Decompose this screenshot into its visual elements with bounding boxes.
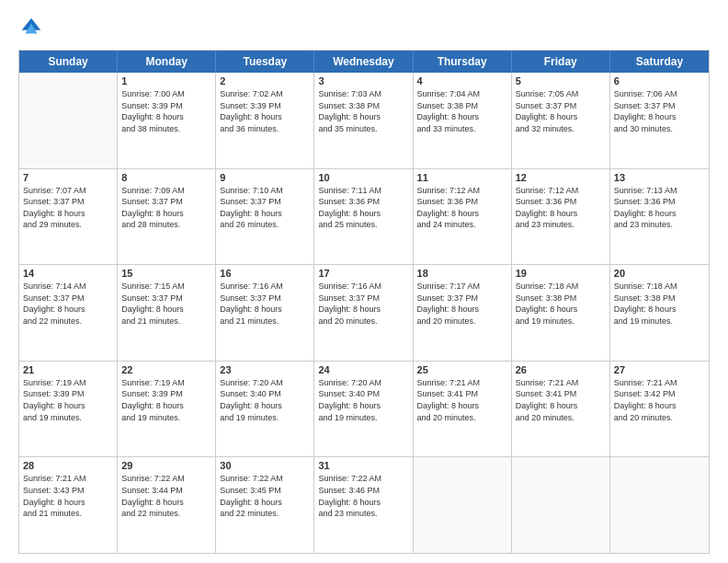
day-number: 21 xyxy=(23,364,113,375)
calendar-cell-r1c0: 7Sunrise: 7:07 AM Sunset: 3:37 PM Daylig… xyxy=(19,169,118,265)
day-number: 12 xyxy=(516,172,606,183)
cell-info: Sunrise: 7:10 AM Sunset: 3:37 PM Dayligh… xyxy=(220,185,310,231)
logo xyxy=(18,15,48,40)
logo-icon xyxy=(18,15,44,40)
day-number: 26 xyxy=(516,364,606,375)
day-number: 31 xyxy=(318,460,408,471)
calendar-body: 1Sunrise: 7:00 AM Sunset: 3:39 PM Daylig… xyxy=(19,73,709,553)
cell-info: Sunrise: 7:11 AM Sunset: 3:36 PM Dayligh… xyxy=(318,185,408,231)
header xyxy=(18,15,710,40)
day-number: 13 xyxy=(614,172,705,183)
day-number: 14 xyxy=(23,268,113,279)
calendar: SundayMondayTuesdayWednesdayThursdayFrid… xyxy=(18,50,710,554)
weekday-header-monday: Monday xyxy=(118,51,216,73)
calendar-cell-r2c5: 19Sunrise: 7:18 AM Sunset: 3:38 PM Dayli… xyxy=(512,265,610,361)
day-number: 25 xyxy=(417,364,507,375)
cell-info: Sunrise: 7:20 AM Sunset: 3:40 PM Dayligh… xyxy=(318,377,408,423)
cell-info: Sunrise: 7:14 AM Sunset: 3:37 PM Dayligh… xyxy=(23,281,113,327)
cell-info: Sunrise: 7:02 AM Sunset: 3:39 PM Dayligh… xyxy=(220,88,310,134)
calendar-header: SundayMondayTuesdayWednesdayThursdayFrid… xyxy=(19,51,709,73)
calendar-cell-r3c3: 24Sunrise: 7:20 AM Sunset: 3:40 PM Dayli… xyxy=(314,362,413,457)
calendar-cell-r0c6: 6Sunrise: 7:06 AM Sunset: 3:37 PM Daylig… xyxy=(610,73,709,168)
calendar-cell-r4c1: 29Sunrise: 7:22 AM Sunset: 3:44 PM Dayli… xyxy=(118,457,216,553)
day-number: 2 xyxy=(220,75,310,86)
calendar-cell-r4c2: 30Sunrise: 7:22 AM Sunset: 3:45 PM Dayli… xyxy=(216,457,314,553)
cell-info: Sunrise: 7:22 AM Sunset: 3:45 PM Dayligh… xyxy=(220,473,310,519)
calendar-cell-r1c4: 11Sunrise: 7:12 AM Sunset: 3:36 PM Dayli… xyxy=(414,169,512,265)
day-number: 9 xyxy=(220,172,310,183)
calendar-cell-r2c1: 15Sunrise: 7:15 AM Sunset: 3:37 PM Dayli… xyxy=(118,265,216,361)
calendar-cell-r2c6: 20Sunrise: 7:18 AM Sunset: 3:38 PM Dayli… xyxy=(610,265,709,361)
weekday-header-sunday: Sunday xyxy=(19,51,118,73)
day-number: 3 xyxy=(318,75,408,86)
calendar-cell-r4c4 xyxy=(414,457,512,553)
calendar-cell-r4c5 xyxy=(512,457,610,553)
calendar-cell-r0c3: 3Sunrise: 7:03 AM Sunset: 3:38 PM Daylig… xyxy=(314,73,413,168)
calendar-cell-r0c0 xyxy=(19,73,118,168)
calendar-cell-r3c4: 25Sunrise: 7:21 AM Sunset: 3:41 PM Dayli… xyxy=(414,362,512,457)
calendar-row-3: 21Sunrise: 7:19 AM Sunset: 3:39 PM Dayli… xyxy=(19,362,709,458)
cell-info: Sunrise: 7:13 AM Sunset: 3:36 PM Dayligh… xyxy=(614,185,705,231)
cell-info: Sunrise: 7:16 AM Sunset: 3:37 PM Dayligh… xyxy=(318,281,408,327)
weekday-header-tuesday: Tuesday xyxy=(216,51,314,73)
cell-info: Sunrise: 7:12 AM Sunset: 3:36 PM Dayligh… xyxy=(516,185,606,231)
cell-info: Sunrise: 7:09 AM Sunset: 3:37 PM Dayligh… xyxy=(121,185,211,231)
day-number: 18 xyxy=(417,268,507,279)
calendar-cell-r0c1: 1Sunrise: 7:00 AM Sunset: 3:39 PM Daylig… xyxy=(118,73,216,168)
cell-info: Sunrise: 7:05 AM Sunset: 3:37 PM Dayligh… xyxy=(516,88,606,134)
cell-info: Sunrise: 7:18 AM Sunset: 3:38 PM Dayligh… xyxy=(614,281,705,327)
weekday-header-wednesday: Wednesday xyxy=(314,51,413,73)
cell-info: Sunrise: 7:04 AM Sunset: 3:38 PM Dayligh… xyxy=(417,88,507,134)
cell-info: Sunrise: 7:15 AM Sunset: 3:37 PM Dayligh… xyxy=(121,281,211,327)
day-number: 22 xyxy=(121,364,211,375)
day-number: 30 xyxy=(220,460,310,471)
day-number: 5 xyxy=(516,75,606,86)
cell-info: Sunrise: 7:21 AM Sunset: 3:42 PM Dayligh… xyxy=(614,377,705,423)
calendar-cell-r0c5: 5Sunrise: 7:05 AM Sunset: 3:37 PM Daylig… xyxy=(512,73,610,168)
cell-info: Sunrise: 7:19 AM Sunset: 3:39 PM Dayligh… xyxy=(23,377,113,423)
calendar-cell-r3c6: 27Sunrise: 7:21 AM Sunset: 3:42 PM Dayli… xyxy=(610,362,709,457)
day-number: 11 xyxy=(417,172,507,183)
cell-info: Sunrise: 7:00 AM Sunset: 3:39 PM Dayligh… xyxy=(121,88,211,134)
calendar-cell-r1c6: 13Sunrise: 7:13 AM Sunset: 3:36 PM Dayli… xyxy=(610,169,709,265)
calendar-cell-r0c2: 2Sunrise: 7:02 AM Sunset: 3:39 PM Daylig… xyxy=(216,73,314,168)
day-number: 19 xyxy=(516,268,606,279)
cell-info: Sunrise: 7:12 AM Sunset: 3:36 PM Dayligh… xyxy=(417,185,507,231)
weekday-header-saturday: Saturday xyxy=(610,51,709,73)
calendar-cell-r2c4: 18Sunrise: 7:17 AM Sunset: 3:37 PM Dayli… xyxy=(414,265,512,361)
day-number: 1 xyxy=(121,75,211,86)
day-number: 23 xyxy=(220,364,310,375)
day-number: 24 xyxy=(318,364,408,375)
cell-info: Sunrise: 7:19 AM Sunset: 3:39 PM Dayligh… xyxy=(121,377,211,423)
calendar-row-2: 14Sunrise: 7:14 AM Sunset: 3:37 PM Dayli… xyxy=(19,265,709,362)
day-number: 27 xyxy=(614,364,705,375)
page: SundayMondayTuesdayWednesdayThursdayFrid… xyxy=(0,0,728,563)
calendar-cell-r4c3: 31Sunrise: 7:22 AM Sunset: 3:46 PM Dayli… xyxy=(314,457,413,553)
cell-info: Sunrise: 7:21 AM Sunset: 3:43 PM Dayligh… xyxy=(23,473,113,519)
cell-info: Sunrise: 7:18 AM Sunset: 3:38 PM Dayligh… xyxy=(516,281,606,327)
calendar-cell-r1c2: 9Sunrise: 7:10 AM Sunset: 3:37 PM Daylig… xyxy=(216,169,314,265)
day-number: 28 xyxy=(23,460,113,471)
cell-info: Sunrise: 7:07 AM Sunset: 3:37 PM Dayligh… xyxy=(23,185,113,231)
weekday-header-friday: Friday xyxy=(512,51,610,73)
calendar-cell-r3c5: 26Sunrise: 7:21 AM Sunset: 3:41 PM Dayli… xyxy=(512,362,610,457)
calendar-cell-r2c2: 16Sunrise: 7:16 AM Sunset: 3:37 PM Dayli… xyxy=(216,265,314,361)
calendar-cell-r3c2: 23Sunrise: 7:20 AM Sunset: 3:40 PM Dayli… xyxy=(216,362,314,457)
calendar-row-1: 7Sunrise: 7:07 AM Sunset: 3:37 PM Daylig… xyxy=(19,169,709,266)
day-number: 17 xyxy=(318,268,408,279)
calendar-cell-r2c3: 17Sunrise: 7:16 AM Sunset: 3:37 PM Dayli… xyxy=(314,265,413,361)
cell-info: Sunrise: 7:20 AM Sunset: 3:40 PM Dayligh… xyxy=(220,377,310,423)
calendar-row-4: 28Sunrise: 7:21 AM Sunset: 3:43 PM Dayli… xyxy=(19,457,709,553)
cell-info: Sunrise: 7:06 AM Sunset: 3:37 PM Dayligh… xyxy=(614,88,705,134)
day-number: 16 xyxy=(220,268,310,279)
day-number: 7 xyxy=(23,172,113,183)
calendar-cell-r1c1: 8Sunrise: 7:09 AM Sunset: 3:37 PM Daylig… xyxy=(118,169,216,265)
cell-info: Sunrise: 7:21 AM Sunset: 3:41 PM Dayligh… xyxy=(417,377,507,423)
calendar-cell-r1c5: 12Sunrise: 7:12 AM Sunset: 3:36 PM Dayli… xyxy=(512,169,610,265)
calendar-cell-r3c1: 22Sunrise: 7:19 AM Sunset: 3:39 PM Dayli… xyxy=(118,362,216,457)
cell-info: Sunrise: 7:03 AM Sunset: 3:38 PM Dayligh… xyxy=(318,88,408,134)
calendar-cell-r1c3: 10Sunrise: 7:11 AM Sunset: 3:36 PM Dayli… xyxy=(314,169,413,265)
day-number: 8 xyxy=(121,172,211,183)
day-number: 10 xyxy=(318,172,408,183)
calendar-cell-r4c6 xyxy=(610,457,709,553)
